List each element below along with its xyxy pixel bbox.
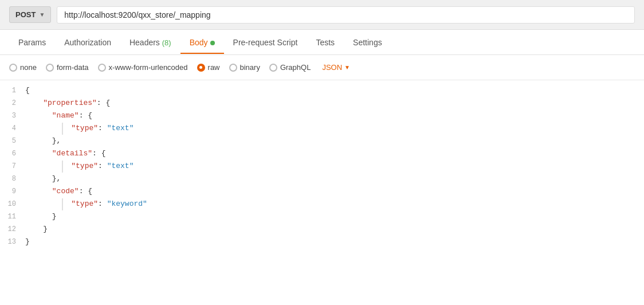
body-type-label-x-www-form-urlencoded: x-www-form-urlencoded: [109, 63, 188, 72]
json-punct: }: [25, 237, 30, 246]
tab-tests[interactable]: Tests: [307, 31, 344, 54]
tab-settings[interactable]: Settings: [344, 31, 391, 54]
url-bar: POST ▼: [0, 0, 644, 30]
body-type-form-data[interactable]: form-data: [46, 63, 89, 72]
json-punct: {: [25, 86, 30, 95]
indent-bar: [62, 123, 68, 135]
line-content: }: [25, 236, 644, 248]
line-number: 11: [0, 211, 25, 222]
json-punct: :: [98, 124, 107, 132]
body-types-bar: noneform-datax-www-form-urlencodedrawbin…: [0, 55, 644, 80]
line-content: },: [25, 135, 644, 147]
tab-dot-body: [210, 41, 215, 45]
code-line: 5 },: [0, 135, 644, 148]
format-chevron-icon: ▼: [344, 64, 350, 71]
tab-label-params: Params: [18, 38, 46, 47]
json-key: "type": [71, 162, 98, 170]
json-key: "name": [52, 111, 79, 120]
code-editor[interactable]: 1{2 "properties": {3 "name": {4 "type": …: [0, 80, 644, 305]
tab-headers[interactable]: Headers (8): [120, 31, 180, 54]
radio-icon-form-data: [46, 64, 54, 72]
url-input[interactable]: [57, 6, 635, 24]
tab-label-body: Body: [190, 38, 208, 47]
code-line: 9 "code": {: [0, 186, 644, 198]
body-type-label-none: none: [20, 63, 37, 72]
json-key: "properties": [43, 99, 97, 107]
json-key: "type": [71, 124, 98, 132]
body-type-label-binary: binary: [240, 63, 260, 72]
radio-icon-raw: [197, 64, 205, 72]
method-selector[interactable]: POST ▼: [9, 6, 51, 23]
code-line: 2 "properties": {: [0, 97, 644, 110]
tab-label-settings: Settings: [353, 38, 382, 47]
json-string: "keyword": [107, 200, 147, 208]
code-line: 4 "type": "text": [0, 123, 644, 135]
tab-authorization[interactable]: Authorization: [55, 31, 120, 54]
radio-icon-none: [9, 64, 17, 72]
code-line: 1{: [0, 85, 644, 97]
line-number: 3: [0, 110, 25, 122]
line-content: "code": {: [25, 186, 644, 198]
line-number: 8: [0, 173, 25, 185]
code-editor-area: 1{2 "properties": {3 "name": {4 "type": …: [0, 80, 644, 305]
line-number: 7: [0, 161, 25, 172]
line-number: 12: [0, 224, 25, 235]
tab-label-pre-request: Pre-request Script: [233, 38, 298, 47]
body-type-binary[interactable]: binary: [229, 63, 260, 72]
tab-pre-request[interactable]: Pre-request Script: [224, 31, 307, 54]
line-content: "type": "text": [25, 161, 644, 173]
json-punct: : {: [79, 111, 92, 120]
json-string: "text": [107, 124, 134, 132]
json-punct: },: [52, 174, 61, 183]
code-line: 8 },: [0, 173, 644, 186]
body-type-graphql[interactable]: GraphQL: [269, 63, 311, 72]
code-line: 10 "type": "keyword": [0, 198, 644, 211]
tab-badge-headers: (8): [162, 38, 171, 47]
json-key: "details": [52, 149, 92, 158]
json-key: "type": [71, 200, 98, 208]
tab-label-authorization: Authorization: [64, 38, 111, 47]
line-content: }: [25, 224, 644, 236]
line-number: 9: [0, 186, 25, 197]
method-chevron-icon: ▼: [39, 11, 45, 18]
json-punct: }: [43, 225, 48, 233]
json-punct: : {: [97, 99, 110, 107]
radio-icon-x-www-form-urlencoded: [98, 64, 106, 72]
json-punct: :: [98, 162, 107, 170]
indent-bar: [62, 161, 68, 173]
indent-bar: [62, 198, 68, 210]
json-punct: }: [52, 212, 57, 221]
radio-icon-binary: [229, 64, 237, 72]
main-content: ParamsAuthorizationHeaders (8)BodyPre-re…: [0, 30, 644, 305]
body-type-label-raw: raw: [208, 63, 220, 72]
line-number: 1: [0, 85, 25, 96]
line-content: "type": "keyword": [25, 198, 644, 210]
format-label: JSON: [322, 63, 342, 72]
tab-params[interactable]: Params: [9, 31, 55, 54]
line-number: 13: [0, 236, 25, 248]
json-string: "text": [107, 162, 134, 170]
line-content: {: [25, 85, 644, 97]
body-type-none[interactable]: none: [9, 63, 37, 72]
json-punct: :: [98, 200, 107, 208]
line-number: 2: [0, 97, 25, 109]
line-number: 10: [0, 198, 25, 210]
format-selector[interactable]: JSON ▼: [322, 63, 350, 72]
line-number: 5: [0, 135, 25, 147]
line-content: "type": "text": [25, 123, 644, 135]
line-content: "properties": {: [25, 97, 644, 110]
json-punct: : {: [79, 187, 92, 195]
code-line: 3 "name": {: [0, 110, 644, 123]
tab-body[interactable]: Body: [180, 31, 224, 54]
json-key: "code": [52, 187, 79, 195]
body-type-x-www-form-urlencoded[interactable]: x-www-form-urlencoded: [98, 63, 188, 72]
code-line: 11 }: [0, 211, 644, 224]
json-punct: : {: [92, 149, 105, 158]
json-punct: },: [52, 136, 61, 145]
line-content: "details": {: [25, 148, 644, 160]
line-content: "name": {: [25, 110, 644, 122]
tabs-bar: ParamsAuthorizationHeaders (8)BodyPre-re…: [0, 30, 644, 55]
method-label: POST: [15, 10, 36, 19]
body-type-raw[interactable]: raw: [197, 63, 220, 72]
body-type-label-graphql: GraphQL: [280, 63, 311, 72]
